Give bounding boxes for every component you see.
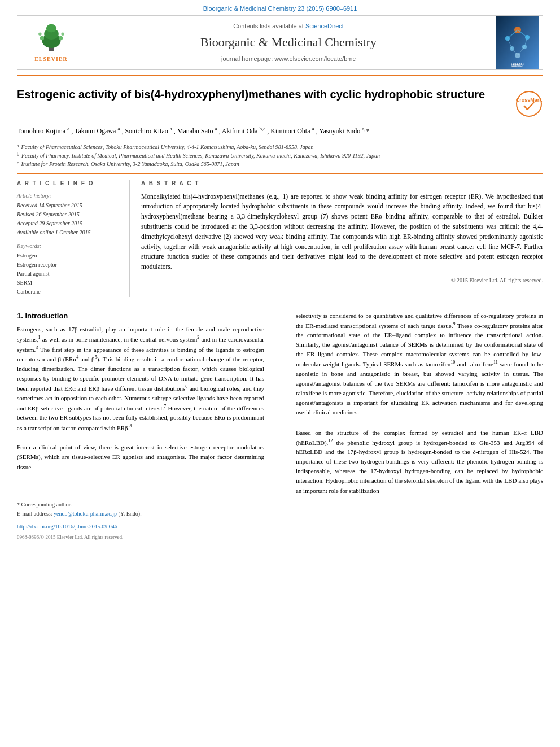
affiliation-a: a Faculty of Pharmaceutical Sciences, To… — [17, 143, 543, 151]
author-separator: , Souichiro Kitao — [121, 127, 169, 135]
keyword-partial-agonist: Partial agonist — [17, 270, 121, 278]
svg-line-25 — [527, 102, 534, 110]
author-separator: , Takumi Ogawa — [71, 127, 117, 135]
elsevier-logo-section: ELSEVIER — [18, 16, 85, 69]
article-info-header: A R T I C L E I N F O — [17, 180, 121, 187]
article-title-section: Estrogenic activity of bis(4-hydroxyphen… — [0, 80, 560, 123]
keyword-estrogen: Estrogen — [17, 252, 121, 260]
author-name: Tomohiro Kojima — [17, 127, 67, 135]
svg-point-4 — [40, 36, 43, 40]
svg-point-3 — [46, 24, 56, 33]
footnotes-section: * Corresponding author. E-mail address: … — [0, 496, 560, 521]
journal-cover-section: B&MC — [492, 16, 542, 69]
affiliation-c: c Institute for Protein Research, Osaka … — [17, 160, 543, 168]
affil-sup-a3: a — [170, 126, 172, 132]
bottom-copyright: 0968-0896/© 2015 Elsevier Ltd. All right… — [0, 532, 560, 542]
journal-title-main: Bioorganic & Medicinal Chemistry — [97, 34, 480, 51]
svg-point-6 — [38, 32, 42, 36]
right-column: selectivity is considered to be quantita… — [296, 311, 543, 496]
svg-rect-8 — [496, 16, 539, 69]
affil-sup-a4: a — [215, 126, 217, 132]
author-separator: , Akifumi Oda — [218, 127, 259, 135]
abstract-column: A B S T R A C T Monoalkylated bis(4-hydr… — [141, 180, 543, 297]
author-separator: , Yasuyuki Endo — [316, 127, 362, 135]
journal-citation: Bioorganic & Medicinal Chemistry 23 (201… — [0, 0, 560, 15]
article-title: Estrogenic activity of bis(4-hydroxyphen… — [17, 87, 515, 102]
affiliation-text-c: Institute for Protein Research, Osaka Un… — [21, 160, 239, 168]
svg-point-22 — [517, 91, 541, 116]
journal-cover-image: B&MC — [496, 16, 539, 69]
elsevier-wordmark: ELSEVIER — [34, 55, 68, 63]
affil-sup-label-a: a — [17, 143, 19, 151]
email-note: E-mail address: yendo@tohoku-pharm.ac.jp… — [17, 510, 543, 518]
elsevier-tree-icon — [29, 23, 74, 54]
keyword-serm: SERM — [17, 279, 121, 287]
affiliation-text-a: Faculty of Pharmaceutical Sciences, Toho… — [21, 143, 314, 151]
keywords-section: Keywords: Estrogen Estrogen receptor Par… — [17, 242, 121, 296]
affil-sup-bc: b,c — [259, 126, 265, 132]
header-divider — [17, 75, 543, 76]
intro-paragraph-3: selectivity is considered to be quantita… — [296, 311, 543, 418]
elsevier-logo: ELSEVIER — [29, 23, 74, 63]
left-column: 1. Introduction Estrogens, such as 17β-e… — [17, 311, 264, 496]
main-content-section: 1. Introduction Estrogens, such as 17β-e… — [0, 311, 560, 496]
intro-paragraph-2: From a clinical point of view, there is … — [17, 443, 264, 471]
affil-sup-a2: a — [117, 126, 120, 132]
history-received: Received 14 September 2015 — [17, 202, 121, 209]
journal-header-box: ELSEVIER Contents lists available at Sci… — [17, 15, 543, 70]
journal-homepage: journal homepage: www.elsevier.com/locat… — [97, 55, 480, 63]
affil-sup-label-c: c — [17, 160, 19, 168]
affil-sup-label-b: b — [17, 151, 19, 160]
keyword-carborane: Carborane — [17, 288, 121, 296]
corresponding-marker: * — [365, 127, 369, 135]
svg-point-5 — [58, 36, 62, 40]
abstract-text: Monoalkylated bis(4-hydroxyphenyl)methan… — [141, 192, 543, 273]
intro-paragraph-4: Based on the structure of the complex fo… — [296, 428, 543, 496]
science-direct-line: Contents lists available at ScienceDirec… — [97, 22, 480, 30]
abstract-header: A B S T R A C T — [141, 180, 543, 187]
doi-link[interactable]: http://dx.doi.org/10.1016/j.bmc.2015.09.… — [0, 521, 560, 532]
keywords-label: Keywords: — [17, 242, 121, 250]
history-available-online: Available online 1 October 2015 — [17, 229, 121, 237]
affiliations-section: a Faculty of Pharmaceutical Sciences, To… — [0, 141, 560, 173]
article-info-column: A R T I C L E I N F O Article history: R… — [17, 180, 130, 297]
citation-text: Bioorganic & Medicinal Chemistry 23 (201… — [203, 5, 357, 12]
keyword-estrogen-receptor: Estrogen receptor — [17, 261, 121, 269]
crossmark-icon: CrossMark — [515, 90, 543, 118]
history-accepted: Accepted 29 September 2015 — [17, 220, 121, 228]
svg-text:B&MC: B&MC — [511, 63, 523, 67]
author-separator: , Manabu Sato — [174, 127, 215, 135]
svg-point-7 — [61, 32, 64, 36]
intro-paragraph-1: Estrogens, such as 17β-estradiol, play a… — [17, 325, 264, 433]
main-content-divider — [17, 304, 543, 304]
copyright-notice: © 2015 Elsevier Ltd. All rights reserved… — [141, 277, 543, 287]
affiliation-b: b Faculty of Pharmacy, Institute of Medi… — [17, 151, 543, 160]
svg-text:CrossMark: CrossMark — [516, 97, 543, 103]
email-link[interactable]: yendo@tohoku-pharm.ac.jp — [54, 510, 117, 517]
author-separator: , Kiminori Ohta — [267, 127, 312, 135]
history-revised: Revised 26 September 2015 — [17, 211, 121, 219]
article-info-abstract-section: A R T I C L E I N F O Article history: R… — [17, 173, 543, 297]
introduction-heading: 1. Introduction — [17, 311, 264, 321]
svg-line-24 — [524, 106, 527, 110]
science-direct-link[interactable]: ScienceDirect — [305, 23, 344, 29]
journal-title-section: Contents lists available at ScienceDirec… — [85, 16, 492, 69]
authors-section: Tomohiro Kojima a , Takumi Ogawa a , Sou… — [0, 123, 560, 140]
affiliation-text-b: Faculty of Pharmacy, Institute of Medica… — [21, 151, 380, 160]
article-history-label: Article history: — [17, 192, 121, 200]
cover-visualization: B&MC — [496, 16, 539, 69]
affil-sup-a1: a — [67, 126, 69, 132]
corresponding-author-note: * Corresponding author. — [17, 501, 543, 509]
affil-sup-a5: a — [312, 126, 314, 132]
crossmark-badge[interactable]: CrossMark — [515, 90, 543, 118]
